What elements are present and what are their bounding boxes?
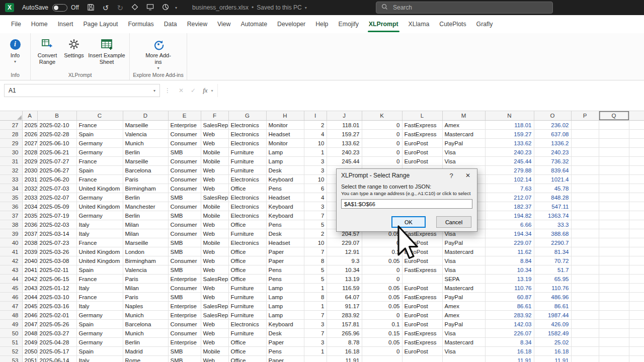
cell[interactable]: EuroPost <box>402 148 442 157</box>
cell[interactable] <box>629 220 644 229</box>
cell[interactable]: EuroPost <box>402 302 442 311</box>
tab-grafly[interactable]: Grafly <box>471 15 498 33</box>
cell[interactable]: 10 <box>304 175 327 184</box>
cell[interactable]: Manchester <box>123 202 168 211</box>
cell[interactable]: Mobile <box>201 211 228 220</box>
cell[interactable]: Valencia <box>123 265 168 275</box>
cell[interactable]: 51.7 <box>534 265 571 275</box>
cell[interactable]: 2028 <box>22 148 37 157</box>
cell[interactable]: 229.07 <box>485 238 534 247</box>
cell[interactable] <box>571 184 599 193</box>
cell[interactable]: 236.02 <box>534 121 571 130</box>
cell[interactable]: 11.62 <box>485 247 534 256</box>
cell[interactable]: Web <box>201 175 228 184</box>
cell[interactable]: 2025 <box>22 121 37 130</box>
cell[interactable]: Spain <box>76 166 123 175</box>
cell[interactable]: 0.15 <box>362 329 402 338</box>
cell[interactable]: Italy <box>76 229 123 238</box>
column-header-D[interactable]: D <box>123 111 168 121</box>
cell[interactable]: Milan <box>123 220 168 229</box>
cell[interactable] <box>629 175 644 184</box>
cell[interactable]: Desk <box>266 329 304 338</box>
cell[interactable]: Furniture <box>228 166 266 175</box>
cell[interactable] <box>629 275 644 284</box>
cell[interactable]: Web <box>201 256 228 265</box>
cell[interactable] <box>571 139 599 148</box>
save-button[interactable] <box>87 4 95 12</box>
cell[interactable]: EuroPost <box>402 320 442 329</box>
cell[interactable]: Visa <box>442 256 485 265</box>
cell[interactable]: 212.07 <box>485 193 534 202</box>
cell[interactable] <box>571 121 599 130</box>
cell[interactable]: 2049 <box>22 338 37 347</box>
cell[interactable]: 486.96 <box>534 293 571 302</box>
tab-file[interactable]: File <box>6 15 26 33</box>
cell[interactable]: Munich <box>123 139 168 148</box>
column-header-P[interactable]: P <box>571 111 599 121</box>
cell[interactable]: 426.09 <box>534 320 571 329</box>
cell[interactable]: 8.78 <box>327 338 362 347</box>
cell[interactable]: 245.44 <box>485 157 534 166</box>
cancel-entry-icon[interactable] <box>179 87 184 94</box>
cell[interactable]: Enterprise <box>168 338 201 347</box>
cell[interactable] <box>571 220 599 229</box>
cell[interactable]: 226.07 <box>485 329 534 338</box>
column-header-O[interactable]: O <box>534 111 571 121</box>
cell[interactable]: 2025-03-14 <box>37 229 76 238</box>
cell[interactable] <box>599 338 629 347</box>
cell[interactable]: Web <box>201 265 228 275</box>
cell[interactable]: Lamp <box>266 293 304 302</box>
cell[interactable]: Visa <box>442 347 485 356</box>
cell[interactable]: SMB <box>168 211 201 220</box>
cell[interactable]: FastExpress <box>402 329 442 338</box>
cell[interactable]: Spain <box>76 265 123 275</box>
dialog-close-button[interactable] <box>459 172 477 179</box>
cell[interactable]: Consumer <box>168 202 201 211</box>
cell[interactable] <box>629 193 644 202</box>
cell[interactable]: Consumer <box>168 229 201 238</box>
cell[interactable]: 11.91 <box>327 356 362 362</box>
cell[interactable]: SMB <box>168 265 201 275</box>
cell[interactable]: Paris <box>123 293 168 302</box>
cell[interactable]: 159.27 <box>485 130 534 139</box>
cell[interactable]: Enterprise <box>168 311 201 320</box>
cell[interactable]: Web <box>201 130 228 139</box>
cell[interactable]: Consumer <box>168 184 201 193</box>
cell[interactable]: 2037 <box>22 229 37 238</box>
cell[interactable]: Mobile <box>201 157 228 166</box>
cell[interactable]: Furniture <box>228 302 266 311</box>
cell[interactable] <box>629 347 644 356</box>
tab-automate[interactable]: Automate <box>235 15 272 33</box>
cell[interactable]: 0.05 <box>362 293 402 302</box>
cell[interactable]: 194.82 <box>485 211 534 220</box>
cell[interactable]: 1363.74 <box>534 211 571 220</box>
cell[interactable]: 0 <box>362 238 402 247</box>
cell[interactable]: 2025-01-12 <box>37 284 76 293</box>
cell[interactable]: Enterprise <box>168 121 201 130</box>
cell[interactable]: 2025-07-03 <box>37 184 76 193</box>
tab-emojify[interactable]: Emojify <box>333 15 363 33</box>
cell[interactable]: 60.87 <box>485 293 534 302</box>
row-header-51[interactable]: 51 <box>0 338 22 347</box>
cell[interactable]: 2038 <box>22 238 37 247</box>
cell[interactable]: Electronics <box>228 202 266 211</box>
cell[interactable]: Office <box>228 265 266 275</box>
cell[interactable] <box>571 148 599 157</box>
cell[interactable] <box>571 193 599 202</box>
cell[interactable]: 1 <box>304 347 327 356</box>
cell[interactable]: 2027 <box>22 139 37 148</box>
cell[interactable]: Web <box>201 356 228 362</box>
cell[interactable]: 3 <box>304 166 327 175</box>
cell[interactable]: 0 <box>362 157 402 166</box>
cell[interactable]: 388.68 <box>534 229 571 238</box>
cell[interactable]: 25.02 <box>534 338 571 347</box>
cell[interactable]: 0.05 <box>362 338 402 347</box>
cell[interactable]: France <box>76 275 123 284</box>
cell[interactable]: 45.78 <box>534 184 571 193</box>
cell[interactable]: 12.91 <box>327 247 362 256</box>
cell[interactable]: Rome <box>123 356 168 362</box>
row-header-30[interactable]: 30 <box>0 148 22 157</box>
cell[interactable] <box>599 311 629 320</box>
cell[interactable]: Enterprise <box>168 275 201 284</box>
cell[interactable]: Furniture <box>228 329 266 338</box>
